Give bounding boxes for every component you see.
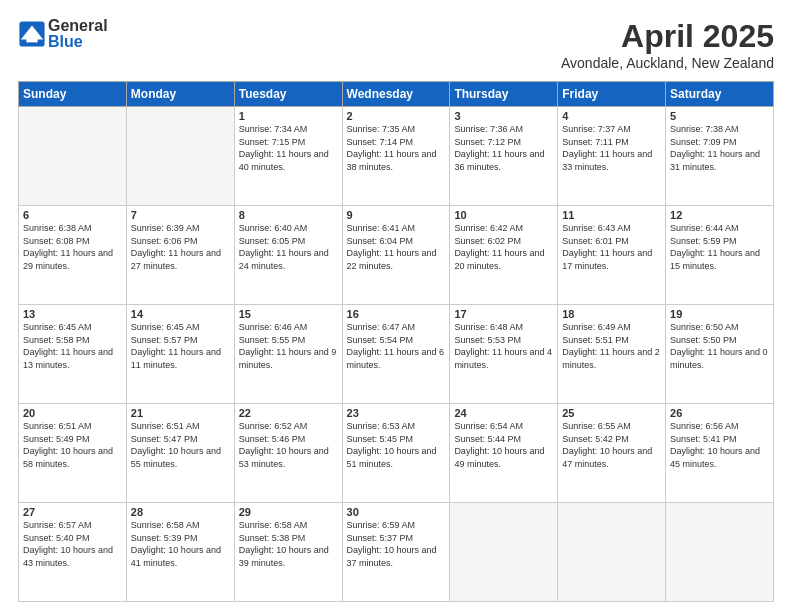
day-info: Sunrise: 6:58 AM Sunset: 5:39 PM Dayligh…: [131, 519, 230, 569]
col-saturday: Saturday: [666, 82, 774, 107]
logo-general-text: General: [48, 18, 108, 34]
logo-blue-text: Blue: [48, 34, 108, 50]
calendar-cell: 19Sunrise: 6:50 AM Sunset: 5:50 PM Dayli…: [666, 305, 774, 404]
calendar-body: 1Sunrise: 7:34 AM Sunset: 7:15 PM Daylig…: [19, 107, 774, 602]
calendar-cell: 21Sunrise: 6:51 AM Sunset: 5:47 PM Dayli…: [126, 404, 234, 503]
day-number: 27: [23, 506, 122, 518]
col-wednesday: Wednesday: [342, 82, 450, 107]
day-info: Sunrise: 6:50 AM Sunset: 5:50 PM Dayligh…: [670, 321, 769, 371]
day-info: Sunrise: 6:46 AM Sunset: 5:55 PM Dayligh…: [239, 321, 338, 371]
day-number: 11: [562, 209, 661, 221]
col-sunday: Sunday: [19, 82, 127, 107]
day-info: Sunrise: 7:35 AM Sunset: 7:14 PM Dayligh…: [347, 123, 446, 173]
calendar-title: April 2025: [561, 18, 774, 55]
day-info: Sunrise: 6:57 AM Sunset: 5:40 PM Dayligh…: [23, 519, 122, 569]
day-info: Sunrise: 6:51 AM Sunset: 5:49 PM Dayligh…: [23, 420, 122, 470]
calendar-cell: 1Sunrise: 7:34 AM Sunset: 7:15 PM Daylig…: [234, 107, 342, 206]
calendar-cell: 6Sunrise: 6:38 AM Sunset: 6:08 PM Daylig…: [19, 206, 127, 305]
col-thursday: Thursday: [450, 82, 558, 107]
day-info: Sunrise: 6:54 AM Sunset: 5:44 PM Dayligh…: [454, 420, 553, 470]
calendar-cell: 28Sunrise: 6:58 AM Sunset: 5:39 PM Dayli…: [126, 503, 234, 602]
day-number: 25: [562, 407, 661, 419]
col-monday: Monday: [126, 82, 234, 107]
calendar-cell: 16Sunrise: 6:47 AM Sunset: 5:54 PM Dayli…: [342, 305, 450, 404]
day-number: 14: [131, 308, 230, 320]
calendar-cell: 18Sunrise: 6:49 AM Sunset: 5:51 PM Dayli…: [558, 305, 666, 404]
calendar-week-1: 6Sunrise: 6:38 AM Sunset: 6:08 PM Daylig…: [19, 206, 774, 305]
day-info: Sunrise: 6:40 AM Sunset: 6:05 PM Dayligh…: [239, 222, 338, 272]
day-number: 2: [347, 110, 446, 122]
calendar-cell: 22Sunrise: 6:52 AM Sunset: 5:46 PM Dayli…: [234, 404, 342, 503]
calendar-cell: 14Sunrise: 6:45 AM Sunset: 5:57 PM Dayli…: [126, 305, 234, 404]
day-info: Sunrise: 6:59 AM Sunset: 5:37 PM Dayligh…: [347, 519, 446, 569]
day-info: Sunrise: 6:44 AM Sunset: 5:59 PM Dayligh…: [670, 222, 769, 272]
day-number: 8: [239, 209, 338, 221]
svg-rect-2: [26, 37, 37, 43]
calendar-cell: 26Sunrise: 6:56 AM Sunset: 5:41 PM Dayli…: [666, 404, 774, 503]
day-number: 10: [454, 209, 553, 221]
day-number: 7: [131, 209, 230, 221]
logo-text: General Blue: [48, 18, 108, 50]
day-number: 1: [239, 110, 338, 122]
calendar-week-2: 13Sunrise: 6:45 AM Sunset: 5:58 PM Dayli…: [19, 305, 774, 404]
day-number: 22: [239, 407, 338, 419]
calendar-cell: [666, 503, 774, 602]
day-info: Sunrise: 6:48 AM Sunset: 5:53 PM Dayligh…: [454, 321, 553, 371]
calendar-cell: 7Sunrise: 6:39 AM Sunset: 6:06 PM Daylig…: [126, 206, 234, 305]
calendar-cell: 12Sunrise: 6:44 AM Sunset: 5:59 PM Dayli…: [666, 206, 774, 305]
calendar-cell: 25Sunrise: 6:55 AM Sunset: 5:42 PM Dayli…: [558, 404, 666, 503]
calendar-cell: 29Sunrise: 6:58 AM Sunset: 5:38 PM Dayli…: [234, 503, 342, 602]
calendar-cell: 4Sunrise: 7:37 AM Sunset: 7:11 PM Daylig…: [558, 107, 666, 206]
calendar-cell: [450, 503, 558, 602]
day-number: 9: [347, 209, 446, 221]
day-number: 3: [454, 110, 553, 122]
calendar-cell: 27Sunrise: 6:57 AM Sunset: 5:40 PM Dayli…: [19, 503, 127, 602]
day-number: 12: [670, 209, 769, 221]
page: General Blue April 2025 Avondale, Auckla…: [0, 0, 792, 612]
day-info: Sunrise: 6:53 AM Sunset: 5:45 PM Dayligh…: [347, 420, 446, 470]
calendar-cell: 10Sunrise: 6:42 AM Sunset: 6:02 PM Dayli…: [450, 206, 558, 305]
calendar-cell: 2Sunrise: 7:35 AM Sunset: 7:14 PM Daylig…: [342, 107, 450, 206]
day-number: 13: [23, 308, 122, 320]
day-info: Sunrise: 6:42 AM Sunset: 6:02 PM Dayligh…: [454, 222, 553, 272]
day-info: Sunrise: 7:38 AM Sunset: 7:09 PM Dayligh…: [670, 123, 769, 173]
calendar-cell: 15Sunrise: 6:46 AM Sunset: 5:55 PM Dayli…: [234, 305, 342, 404]
calendar-cell: 24Sunrise: 6:54 AM Sunset: 5:44 PM Dayli…: [450, 404, 558, 503]
calendar-location: Avondale, Auckland, New Zealand: [561, 55, 774, 71]
day-number: 24: [454, 407, 553, 419]
calendar-cell: 3Sunrise: 7:36 AM Sunset: 7:12 PM Daylig…: [450, 107, 558, 206]
col-friday: Friday: [558, 82, 666, 107]
day-info: Sunrise: 6:45 AM Sunset: 5:57 PM Dayligh…: [131, 321, 230, 371]
calendar-week-3: 20Sunrise: 6:51 AM Sunset: 5:49 PM Dayli…: [19, 404, 774, 503]
day-info: Sunrise: 6:43 AM Sunset: 6:01 PM Dayligh…: [562, 222, 661, 272]
logo-icon: [18, 20, 46, 48]
calendar-cell: [126, 107, 234, 206]
day-info: Sunrise: 7:37 AM Sunset: 7:11 PM Dayligh…: [562, 123, 661, 173]
day-number: 15: [239, 308, 338, 320]
calendar-cell: 13Sunrise: 6:45 AM Sunset: 5:58 PM Dayli…: [19, 305, 127, 404]
day-number: 29: [239, 506, 338, 518]
calendar-cell: [558, 503, 666, 602]
day-number: 4: [562, 110, 661, 122]
day-info: Sunrise: 6:49 AM Sunset: 5:51 PM Dayligh…: [562, 321, 661, 371]
day-info: Sunrise: 6:51 AM Sunset: 5:47 PM Dayligh…: [131, 420, 230, 470]
day-info: Sunrise: 6:58 AM Sunset: 5:38 PM Dayligh…: [239, 519, 338, 569]
day-info: Sunrise: 6:47 AM Sunset: 5:54 PM Dayligh…: [347, 321, 446, 371]
col-tuesday: Tuesday: [234, 82, 342, 107]
logo: General Blue: [18, 18, 108, 50]
day-info: Sunrise: 6:55 AM Sunset: 5:42 PM Dayligh…: [562, 420, 661, 470]
day-info: Sunrise: 6:52 AM Sunset: 5:46 PM Dayligh…: [239, 420, 338, 470]
calendar-cell: 17Sunrise: 6:48 AM Sunset: 5:53 PM Dayli…: [450, 305, 558, 404]
calendar-cell: 30Sunrise: 6:59 AM Sunset: 5:37 PM Dayli…: [342, 503, 450, 602]
day-number: 18: [562, 308, 661, 320]
day-number: 6: [23, 209, 122, 221]
day-number: 21: [131, 407, 230, 419]
day-number: 17: [454, 308, 553, 320]
calendar-cell: 8Sunrise: 6:40 AM Sunset: 6:05 PM Daylig…: [234, 206, 342, 305]
day-info: Sunrise: 6:39 AM Sunset: 6:06 PM Dayligh…: [131, 222, 230, 272]
day-info: Sunrise: 7:36 AM Sunset: 7:12 PM Dayligh…: [454, 123, 553, 173]
calendar-cell: 11Sunrise: 6:43 AM Sunset: 6:01 PM Dayli…: [558, 206, 666, 305]
calendar-week-0: 1Sunrise: 7:34 AM Sunset: 7:15 PM Daylig…: [19, 107, 774, 206]
day-number: 30: [347, 506, 446, 518]
day-number: 26: [670, 407, 769, 419]
